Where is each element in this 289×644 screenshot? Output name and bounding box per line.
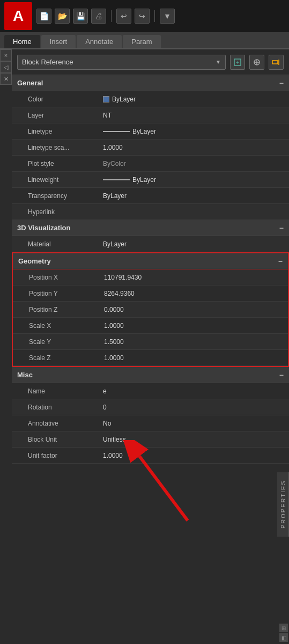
general-collapse-icon: − (279, 79, 284, 87)
lineweight-row: Lineweight ByLayer (12, 172, 289, 188)
visualization-label: 3D Visualization (17, 224, 70, 232)
color-label: Color (12, 96, 98, 103)
material-label: Material (12, 240, 98, 248)
geometry-label: Geometry (18, 257, 51, 265)
scale-y-row: Scale Y 1.5000 (13, 334, 288, 350)
tab-bar: Home Insert Annotate Param (0, 32, 289, 49)
block-unit-value[interactable]: Unitless (98, 436, 289, 443)
name-label: Name (12, 387, 98, 395)
position-x-value[interactable]: 110791.9430 (99, 274, 288, 281)
unit-factor-value[interactable]: 1.0000 (98, 452, 289, 459)
transparency-value[interactable]: ByLayer (98, 192, 289, 200)
close-panel-btn[interactable]: × (0, 49, 12, 61)
bottom-icon-1[interactable]: ⊞ (279, 624, 288, 632)
undo-icon[interactable]: ↩ (116, 9, 131, 24)
hyperlink-label: Hyperlink (12, 208, 98, 216)
material-value[interactable]: ByLayer (98, 240, 289, 248)
svg-text:+: + (236, 60, 239, 65)
properties-panel: Block Reference ▼ + General − Color ByLa… (12, 49, 289, 644)
side-buttons: × ◁ ✕ (0, 49, 12, 85)
transparency-label: Transparency (12, 192, 98, 200)
geometry-section-header[interactable]: Geometry − (13, 253, 288, 269)
rotation-label: Rotation (12, 404, 98, 411)
bottom-icon-2[interactable]: ◧ (279, 633, 288, 642)
scale-x-row: Scale X 1.0000 (13, 318, 288, 334)
quick-select-icon[interactable] (269, 55, 284, 70)
color-value[interactable]: ByLayer (98, 96, 289, 103)
unit-factor-row: Unit factor 1.0000 (12, 448, 289, 464)
linetype-scale-value[interactable]: 1.0000 (98, 144, 289, 151)
add-selected-icon[interactable]: + (230, 55, 245, 70)
plot-style-value[interactable]: ByColor (98, 160, 289, 167)
scale-z-row: Scale Z 1.0000 (13, 350, 288, 366)
bottom-icons-panel: ⊞ ◧ (277, 621, 289, 644)
material-row: Material ByLayer (12, 236, 289, 252)
position-z-row: Position Z 0.0000 (13, 302, 288, 318)
position-y-value[interactable]: 8264.9360 (99, 290, 288, 297)
scale-z-value[interactable]: 1.0000 (99, 354, 288, 362)
misc-label: Misc (17, 371, 33, 379)
general-section-header[interactable]: General − (12, 75, 289, 91)
color-swatch (103, 96, 109, 103)
rotation-value[interactable]: 0 (98, 404, 289, 411)
layer-value[interactable]: NT (98, 112, 289, 119)
autocad-logo: A (4, 2, 32, 30)
toolbar-separator (111, 10, 112, 22)
name-row: Name e (12, 383, 289, 399)
tab-home[interactable]: Home (4, 35, 40, 48)
annotative-row: Annotative No (12, 415, 289, 431)
dropdown-label: Block Reference (22, 58, 73, 66)
annotative-value[interactable]: No (98, 420, 289, 427)
panel-header: Block Reference ▼ + (12, 49, 289, 75)
position-z-value[interactable]: 0.0000 (99, 306, 288, 313)
select-all-icon[interactable] (249, 55, 264, 70)
linetype-label: Linetype (12, 128, 98, 135)
lineweight-value[interactable]: ByLayer (98, 176, 289, 184)
scale-y-value[interactable]: 1.5000 (99, 338, 288, 346)
plot-style-label: Plot style (12, 160, 98, 167)
block-unit-label: Block Unit (12, 436, 98, 443)
pin-btn[interactable]: ✕ (0, 73, 12, 85)
linetype-row: Linetype ByLayer (12, 123, 289, 140)
open-file-icon[interactable]: 📂 (55, 9, 70, 24)
geometry-collapse-icon: − (278, 257, 283, 266)
collapse-btn[interactable]: ◁ (0, 61, 12, 73)
misc-section-header[interactable]: Misc − (12, 367, 289, 383)
block-reference-dropdown[interactable]: Block Reference ▼ (17, 55, 226, 70)
block-unit-row: Block Unit Unitless (12, 431, 289, 448)
toolbar-separator-2 (154, 10, 155, 22)
rotation-row: Rotation 0 (12, 399, 289, 415)
new-file-icon[interactable]: 📄 (36, 9, 51, 24)
linetype-scale-row: Linetype sca... 1.0000 (12, 140, 289, 156)
scale-x-label: Scale X (13, 322, 99, 330)
redo-icon[interactable]: ↪ (135, 9, 150, 24)
save-icon[interactable]: 💾 (73, 9, 88, 24)
tab-insert[interactable]: Insert (41, 35, 76, 48)
visualization-section-header[interactable]: 3D Visualization − (12, 220, 289, 236)
print-icon[interactable]: 🖨 (91, 9, 106, 24)
visualization-collapse-icon: − (279, 224, 284, 232)
name-value[interactable]: e (98, 387, 289, 395)
scale-x-value[interactable]: 1.0000 (99, 322, 288, 330)
lineweight-dash-icon (103, 179, 130, 180)
geometry-section: Geometry − Position X 110791.9430 Positi… (12, 252, 289, 367)
color-row: Color ByLayer (12, 91, 289, 107)
toolbar-icons: 📄 📂 💾 🖨 ↩ ↪ ▼ (36, 9, 175, 24)
dropdown-arrow-icon: ▼ (216, 59, 221, 65)
linetype-value[interactable]: ByLayer (98, 128, 289, 135)
unit-factor-label: Unit factor (12, 452, 98, 459)
position-y-row: Position Y 8264.9360 (13, 286, 288, 302)
plot-style-row: Plot style ByColor (12, 156, 289, 172)
tab-annotate[interactable]: Annotate (77, 35, 122, 48)
linetype-scale-label: Linetype sca... (12, 144, 98, 151)
tab-param[interactable]: Param (123, 35, 160, 48)
misc-collapse-icon: − (279, 371, 284, 379)
general-label: General (17, 79, 43, 87)
options-icon[interactable]: ▼ (160, 9, 175, 24)
title-bar: A 📄 📂 💾 🖨 ↩ ↪ ▼ (0, 0, 289, 32)
position-z-label: Position Z (13, 306, 99, 313)
position-x-label: Position X (13, 274, 99, 281)
annotative-label: Annotative (12, 420, 98, 427)
position-x-row: Position X 110791.9430 (13, 269, 288, 286)
scale-y-label: Scale Y (13, 338, 99, 346)
